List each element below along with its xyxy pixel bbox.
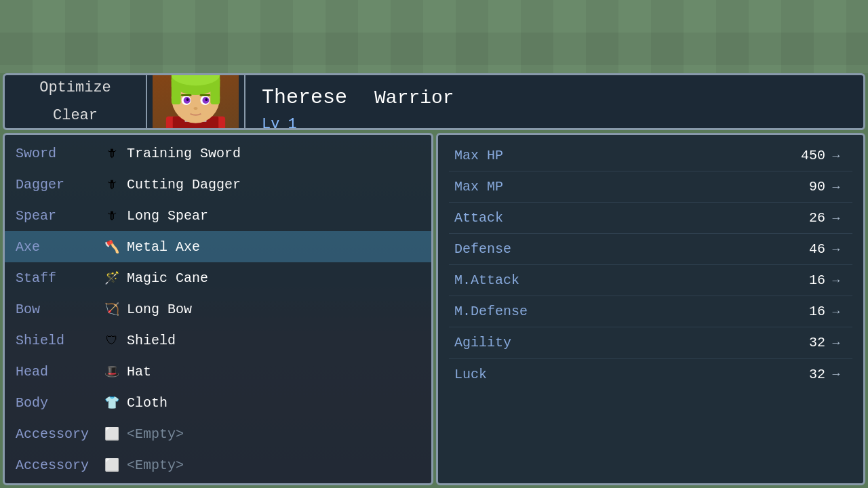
- svg-point-14: [186, 98, 189, 101]
- equipment-list: Sword🗡Training SwordDagger🗡Cutting Dagge…: [5, 135, 431, 483]
- character-level: 1: [288, 116, 296, 130]
- equip-slot-label: Staff: [16, 270, 97, 286]
- equip-icon: 🗡: [102, 175, 121, 194]
- stat-name: M.Attack: [454, 272, 771, 288]
- ui-container: EquipOptimizeClearFinish: [3, 73, 865, 485]
- equip-slot-label: Head: [16, 364, 97, 380]
- stat-arrow-icon: →: [825, 180, 847, 194]
- equip-slot-label: Accessory: [16, 426, 97, 442]
- stat-name: Luck: [454, 367, 771, 382]
- equip-row[interactable]: Spear🗡Long Spear: [5, 200, 431, 231]
- equip-icon: 👕: [102, 393, 121, 412]
- menu-item-finish[interactable]: Finish: [5, 129, 146, 130]
- equip-slot-label: Body: [16, 395, 97, 411]
- equip-row[interactable]: Accessory⬜<Empty>: [5, 449, 431, 481]
- character-class: Warrior: [374, 87, 454, 108]
- equip-icon: 🪄: [102, 268, 121, 287]
- svg-point-15: [205, 98, 208, 101]
- stat-arrow-icon: →: [825, 243, 847, 256]
- svg-rect-17: [199, 94, 210, 96]
- equip-row[interactable]: Head🎩Hat: [5, 356, 431, 387]
- equip-row[interactable]: Axe🪓Metal Axe: [5, 231, 431, 262]
- equip-slot-label: Spear: [16, 208, 97, 224]
- equip-item-name: Cloth: [127, 395, 167, 411]
- stat-row: Defense46→: [449, 234, 852, 265]
- equip-item-name: Long Spear: [127, 208, 208, 224]
- svg-point-18: [194, 107, 198, 110]
- game-background: [0, 0, 868, 73]
- stat-arrow-icon: →: [825, 274, 847, 287]
- menu-item-clear[interactable]: Clear: [5, 102, 146, 129]
- stat-value: 450: [771, 148, 825, 163]
- stat-value: 46: [771, 241, 825, 257]
- stat-name: Attack: [454, 210, 771, 226]
- portrait-area: [147, 75, 245, 128]
- equip-item-name: Shield: [127, 333, 176, 348]
- equip-item-name: Metal Axe: [127, 239, 200, 255]
- equip-slot-label: Sword: [16, 146, 97, 161]
- stat-value: 16: [771, 272, 825, 288]
- equip-row[interactable]: Bow🏹Long Bow: [5, 293, 431, 325]
- equip-icon: 🎩: [102, 362, 121, 381]
- stat-value: 32: [771, 367, 825, 382]
- svg-rect-16: [181, 94, 192, 96]
- stat-value: 32: [771, 335, 825, 350]
- stat-arrow-icon: →: [825, 367, 847, 381]
- equip-icon: ⬜: [102, 455, 121, 474]
- menu-item-equip[interactable]: Equip: [10, 73, 140, 74]
- equip-item-name: Training Sword: [127, 146, 241, 161]
- stat-row: Luck32→: [449, 359, 852, 390]
- equip-row[interactable]: Body👕Cloth: [5, 387, 431, 418]
- stat-arrow-icon: →: [825, 211, 847, 225]
- character-name: Therese: [262, 86, 347, 109]
- stat-value: 90: [771, 179, 825, 195]
- equip-icon: 🛡: [102, 331, 121, 350]
- equip-icon: ⬜: [102, 424, 121, 443]
- stat-row: Max MP90→: [449, 171, 852, 203]
- menu-item-optimize[interactable]: Optimize: [5, 74, 146, 102]
- stat-value: 16: [771, 304, 825, 319]
- equip-icon: 🏹: [102, 300, 121, 319]
- equip-item-name: Hat: [127, 364, 151, 380]
- bottom-panel: Sword🗡Training SwordDagger🗡Cutting Dagge…: [3, 133, 865, 485]
- equip-slot-label: Bow: [16, 302, 97, 317]
- equip-slot-label: Shield: [16, 333, 97, 348]
- stat-arrow-icon: →: [825, 149, 847, 163]
- equip-row[interactable]: Shield🛡Shield: [5, 325, 431, 356]
- equip-slot-label: Axe: [16, 239, 97, 255]
- top-panel: EquipOptimizeClearFinish: [3, 73, 865, 130]
- stat-row: Agility32→: [449, 327, 852, 359]
- equip-row[interactable]: Accessory⬜<Empty>: [5, 418, 431, 449]
- stat-arrow-icon: →: [825, 336, 847, 350]
- stat-name: Max HP: [454, 148, 771, 163]
- equip-item-name: Cutting Dagger: [127, 177, 241, 192]
- equip-icon: 🪓: [102, 237, 121, 256]
- level-label: Lv: [262, 116, 279, 130]
- equip-slot-label: Dagger: [16, 177, 97, 192]
- stat-row: Attack26→: [449, 203, 852, 234]
- equip-icon: 🗡: [102, 144, 121, 163]
- stat-value: 26: [771, 210, 825, 226]
- character-portrait: [153, 73, 239, 130]
- stat-name: M.Defense: [454, 304, 771, 319]
- stat-row: M.Attack16→: [449, 265, 852, 296]
- name-class-row: Therese Warrior: [262, 86, 847, 109]
- equip-item-name: <Empty>: [127, 458, 184, 473]
- equip-row[interactable]: Staff🪄Magic Cane: [5, 262, 431, 293]
- stat-name: Agility: [454, 335, 771, 350]
- equip-item-name: <Empty>: [127, 426, 184, 442]
- stat-name: Defense: [454, 241, 771, 257]
- equip-slot-label: Accessory: [16, 458, 97, 473]
- stats-panel: Max HP450→Max MP90→Attack26→Defense46→M.…: [436, 133, 865, 485]
- equip-row[interactable]: Sword🗡Training Sword: [5, 138, 431, 169]
- equip-item-name: Long Bow: [127, 302, 192, 317]
- equip-panel: Sword🗡Training SwordDagger🗡Cutting Dagge…: [3, 133, 433, 485]
- stat-row: Max HP450→: [449, 140, 852, 171]
- equip-row[interactable]: Dagger🗡Cutting Dagger: [5, 169, 431, 200]
- stat-arrow-icon: →: [825, 305, 847, 319]
- menu-panel: EquipOptimizeClearFinish: [5, 75, 147, 128]
- stat-name: Max MP: [454, 179, 771, 195]
- stat-row: M.Defense16→: [449, 296, 852, 327]
- equip-item-name: Magic Cane: [127, 270, 208, 286]
- equip-icon: 🗡: [102, 206, 121, 225]
